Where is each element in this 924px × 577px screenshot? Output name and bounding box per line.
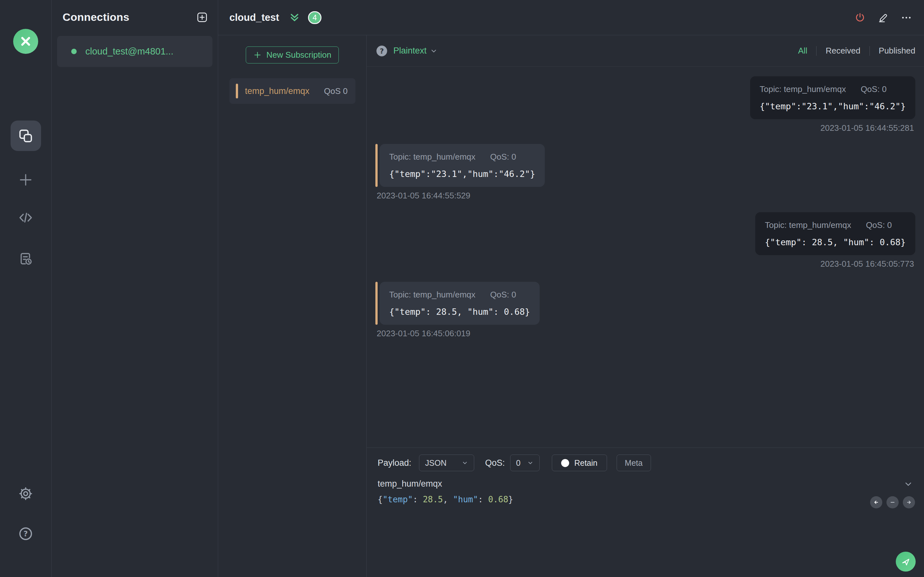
logo-x-icon: [18, 34, 33, 49]
connections-header: Connections: [52, 0, 218, 23]
subscription-qos: QoS 0: [324, 86, 348, 96]
page-title: cloud_test: [229, 12, 279, 23]
message-timestamp: 2023-01-05 16:45:05:773: [821, 259, 914, 269]
publish-topic-row: temp_hum/emqx: [378, 479, 913, 489]
retain-dot-icon: [561, 459, 569, 467]
rail-item-log[interactable]: [11, 247, 41, 270]
message-bubble: Topic: temp_hum/emqx QoS: 0 {"temp": 28.…: [755, 212, 915, 255]
mqttx-logo: [13, 29, 38, 54]
add-connection-button[interactable]: [196, 11, 208, 23]
payload-token: 28.5: [423, 495, 443, 504]
payload-token: "temp": [383, 495, 413, 504]
connection-item[interactable]: cloud_test@m4801...: [57, 36, 212, 67]
plus-icon: [18, 172, 33, 187]
subscriptions-panel: New Subscription temp_hum/emqx QoS 0: [218, 35, 367, 577]
collapse-all-icon[interactable]: [289, 12, 300, 23]
message-bubble: Topic: temp_hum/emqx QoS: 0 {"temp":"23.…: [380, 144, 545, 187]
message-payload: {"temp":"23.1","hum":"46.2"}: [760, 101, 906, 111]
message-received: Topic: temp_hum/emqx QoS: 0 {"temp":"23.…: [375, 144, 915, 201]
chevron-down-icon: [430, 47, 438, 55]
message-payload: {"temp":"23.1","hum":"46.2"}: [389, 169, 535, 179]
message-topic: Topic: temp_hum/emqx: [389, 290, 475, 300]
help-icon: ?: [18, 526, 34, 542]
publish-topic-input[interactable]: temp_hum/emqx: [378, 479, 442, 489]
retain-toggle[interactable]: Retain: [552, 455, 607, 471]
svg-text:?: ?: [380, 47, 384, 55]
message-timestamp: 2023-01-05 16:44:55:529: [376, 191, 470, 201]
meta-label: Meta: [625, 458, 643, 468]
message-history-nav: [870, 496, 915, 508]
subscription-item[interactable]: temp_hum/emqx QoS 0: [229, 78, 355, 104]
message-timestamp: 2023-01-05 16:44:55:281: [821, 123, 914, 133]
settings-icon: [18, 486, 33, 501]
more-options-button[interactable]: [901, 12, 912, 23]
edit-connection-button[interactable]: [877, 12, 889, 23]
left-rail: ?: [0, 0, 52, 577]
message-list[interactable]: Topic: temp_hum/emqx QoS: 0 {"temp":"23.…: [367, 67, 924, 448]
svg-text:?: ?: [23, 530, 27, 538]
message-filter-tabs: All Received Published: [798, 46, 915, 56]
collapse-editor-icon[interactable]: [903, 479, 913, 489]
message-payload: {"temp": 28.5, "hum": 0.68}: [765, 237, 906, 247]
message-timestamp: 2023-01-05 16:45:06:019: [376, 329, 470, 338]
connection-status-dot: [71, 49, 77, 54]
payload-token: 0.68: [488, 495, 508, 504]
connections-panel: Connections cloud_test@m4801...: [52, 0, 218, 577]
topbar: cloud_test 4: [218, 0, 924, 35]
payload-token: :: [413, 495, 423, 504]
retain-label: Retain: [574, 458, 598, 468]
rail-item-settings[interactable]: [11, 482, 41, 505]
qos-value: 0: [516, 458, 521, 468]
connections-title: Connections: [63, 11, 129, 23]
message-count-badge: 4: [308, 11, 321, 24]
chevron-down-icon: [527, 460, 533, 466]
disconnect-button[interactable]: [855, 12, 865, 23]
payload-token: :: [478, 495, 488, 504]
publish-payload-editor[interactable]: {"temp": 28.5, "hum": 0.68}: [378, 495, 913, 504]
rail-item-new-connection[interactable]: [11, 169, 41, 191]
next-message-button[interactable]: [903, 496, 915, 508]
payload-token: }: [508, 495, 513, 504]
payload-token: "hum": [453, 495, 478, 504]
message-published: Topic: temp_hum/emqx QoS: 0 {"temp":"23.…: [375, 76, 915, 133]
message-payload: {"temp": 28.5, "hum": 0.68}: [389, 307, 530, 317]
rail-item-help[interactable]: ?: [11, 522, 41, 545]
message-bubble: Topic: temp_hum/emqx QoS: 0 {"temp": 28.…: [380, 282, 540, 325]
tab-published[interactable]: Published: [879, 46, 915, 56]
rail-item-scripts[interactable]: [11, 206, 41, 229]
rail-item-connections[interactable]: [11, 121, 41, 151]
collapse-history-button[interactable]: [887, 496, 899, 508]
payload-token: ,: [443, 495, 453, 504]
payload-format-dropdown[interactable]: JSON: [419, 455, 474, 471]
message-color-bar: [375, 282, 378, 325]
arrow-right-icon: [905, 499, 913, 506]
payload-token: {: [378, 495, 383, 504]
send-button[interactable]: [896, 552, 916, 572]
message-qos: QoS: 0: [861, 84, 887, 94]
message-qos: QoS: 0: [866, 220, 892, 230]
format-help-icon[interactable]: ?: [375, 45, 388, 57]
power-icon: [855, 12, 865, 23]
tab-all[interactable]: All: [798, 46, 807, 56]
connections-icon: [18, 128, 34, 144]
edit-icon: [877, 12, 889, 23]
arrow-left-icon: [873, 499, 880, 506]
message-topic: Topic: temp_hum/emqx: [765, 220, 851, 230]
message-format-select[interactable]: Plaintext: [393, 46, 438, 56]
content: New Subscription temp_hum/emqx QoS 0 ? P…: [218, 35, 924, 577]
plus-icon: [253, 51, 262, 59]
qos-dropdown[interactable]: 0: [510, 455, 540, 471]
main-area: cloud_test 4: [218, 0, 924, 577]
meta-button[interactable]: Meta: [617, 455, 651, 471]
messages-panel: ? Plaintext All Received Published: [367, 35, 924, 577]
tab-received[interactable]: Received: [825, 46, 860, 56]
message-bubble: Topic: temp_hum/emqx QoS: 0 {"temp":"23.…: [750, 76, 915, 119]
new-subscription-label: New Subscription: [266, 50, 331, 60]
publish-controls: Payload: JSON QoS: 0: [378, 455, 913, 471]
messages-header: ? Plaintext All Received Published: [367, 35, 924, 67]
message-color-bar: [375, 144, 378, 187]
message-qos: QoS: 0: [490, 290, 516, 300]
message-received: Topic: temp_hum/emqx QoS: 0 {"temp": 28.…: [375, 282, 915, 338]
prev-message-button[interactable]: [870, 496, 882, 508]
new-subscription-button[interactable]: New Subscription: [246, 47, 339, 63]
